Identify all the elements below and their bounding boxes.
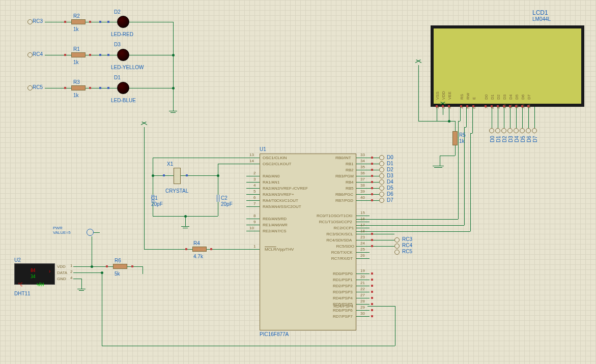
r3-resistor[interactable] <box>71 85 86 90</box>
lcd1-ref: LCD1 <box>532 9 548 16</box>
wire <box>528 107 529 128</box>
rc3-right[interactable] <box>394 237 400 242</box>
lcd-pinlabel: RS <box>460 94 464 100</box>
r5-value: 1k <box>459 138 465 144</box>
u1-pinlabel: 22 <box>360 287 365 291</box>
u1-pinlabel: RC0/T1OSO/T1CKI <box>317 214 352 218</box>
u1-pinlabel: RB1 <box>346 162 354 166</box>
probe-icon <box>87 229 94 236</box>
dht-caret-icon: › <box>49 268 50 274</box>
d-terminal[interactable] <box>379 179 384 185</box>
marker <box>371 315 373 317</box>
u2-dht11[interactable] <box>14 263 55 285</box>
u1-pinlabel: RC3/SCK/SCL <box>326 232 353 236</box>
u1-pinnum: 39 <box>360 189 365 194</box>
rc4-right-label: RC4 <box>402 242 412 248</box>
u1-pinlabel: 27 <box>360 293 365 297</box>
d1-led-blue[interactable] <box>117 82 129 94</box>
rc4-label: RC4 <box>33 51 43 57</box>
r3-value: 1k <box>73 93 79 98</box>
lcd-pinlabel: D1 <box>490 95 495 100</box>
lcd1-value: LM044L <box>532 16 551 22</box>
lcd-pinlabel: VEE <box>447 92 452 100</box>
rc5-right[interactable] <box>394 250 400 255</box>
marker <box>472 105 474 107</box>
d-terminal[interactable] <box>379 198 384 203</box>
lcd-pinlabel: D4 <box>508 95 513 100</box>
lcd-d-term[interactable] <box>514 128 519 133</box>
d-terminal[interactable] <box>379 161 384 166</box>
rc4-terminal[interactable] <box>27 52 33 57</box>
u1-stub <box>246 206 260 207</box>
sel-marker <box>106 265 108 267</box>
sel-marker <box>107 87 109 89</box>
r5-resistor[interactable] <box>452 131 458 145</box>
u1-pinlabel: RD7/PSP7 <box>333 314 353 319</box>
rc4-right[interactable] <box>394 244 400 249</box>
d-terminal[interactable] <box>379 167 384 172</box>
r1-resistor[interactable] <box>71 52 86 57</box>
r2-resistor[interactable] <box>71 19 86 24</box>
marker <box>371 239 373 241</box>
u1-pinlabel: 19 <box>360 268 365 273</box>
u1-pinlabel: RD1/PSP1 <box>333 278 353 282</box>
u1-stub <box>246 188 260 189</box>
u1-stub <box>356 222 370 222</box>
r6-value: 5k <box>115 271 120 277</box>
u1-pinlabel: RA4/T0CKI/C1OUT <box>263 198 298 203</box>
rc3-label: RC3 <box>33 18 43 24</box>
d3-led-yellow[interactable] <box>117 49 129 61</box>
lcd-d-term[interactable] <box>489 128 494 133</box>
d-terminal[interactable] <box>379 186 384 191</box>
pwr-probe[interactable]: PWRVALUE=5 <box>53 226 71 235</box>
marker <box>448 105 450 107</box>
d2-led-red[interactable] <box>117 16 129 28</box>
dht-pin2: 2 <box>70 269 72 274</box>
wire <box>370 234 394 234</box>
marker <box>371 297 373 299</box>
d-label: D0 <box>387 155 393 160</box>
u1-pinnum: 10 <box>249 226 254 230</box>
u1-stub <box>356 274 370 274</box>
u1-stub <box>356 252 370 253</box>
c1-ref: C1 <box>151 195 158 201</box>
rc3-terminal[interactable] <box>27 19 33 24</box>
u1-pinnum: 26 <box>360 253 365 258</box>
u1-pinlabel: RB7/PGD <box>335 198 353 203</box>
lcd1-module[interactable] <box>431 25 584 107</box>
u1-pinlabel: RD0/PSP0 <box>333 271 353 276</box>
lcd-d-term[interactable] <box>495 128 500 133</box>
lcd-d-term[interactable] <box>532 128 537 133</box>
u1-pinnum: 17 <box>360 223 365 227</box>
lcd-pinlabel: D2 <box>496 95 501 100</box>
d-terminal[interactable] <box>379 192 384 197</box>
lcd-d-term[interactable] <box>507 128 513 133</box>
u1-stub <box>246 219 260 219</box>
wire <box>370 246 394 247</box>
d-terminal[interactable] <box>379 155 384 160</box>
u1-pinlabel: RB0/INT <box>335 156 351 160</box>
u1-pinlabel: RC7/RX/DT <box>331 256 353 261</box>
r6-resistor[interactable] <box>113 264 127 269</box>
d-terminal[interactable] <box>379 173 384 178</box>
lcd-d-term[interactable] <box>501 128 506 133</box>
d1-value: LED-BLUE <box>111 98 136 103</box>
sel-marker <box>64 54 66 56</box>
wire <box>492 107 492 128</box>
u1-pinlabel: RB4 <box>346 180 354 185</box>
u1-pinnum: 25 <box>360 247 365 252</box>
u1-pinnum: 33 <box>360 153 365 157</box>
u1-pinlabel: RD4/PSP4 <box>333 296 353 300</box>
rc5-terminal[interactable] <box>27 85 33 90</box>
dht-pin-gnd: GND <box>57 277 66 281</box>
x1-crystal[interactable] <box>174 168 181 184</box>
r4-resistor[interactable] <box>192 247 207 252</box>
u1-pinlabel: RA0/AN0 <box>263 174 279 178</box>
lcd-d-term[interactable] <box>520 128 525 133</box>
lcd-d-label: D7 <box>532 136 538 142</box>
lcd-d-term[interactable] <box>526 128 531 133</box>
wire <box>516 107 517 128</box>
marker <box>436 105 438 107</box>
u1-pinnum: 37 <box>360 177 365 181</box>
sel-marker <box>185 248 187 250</box>
